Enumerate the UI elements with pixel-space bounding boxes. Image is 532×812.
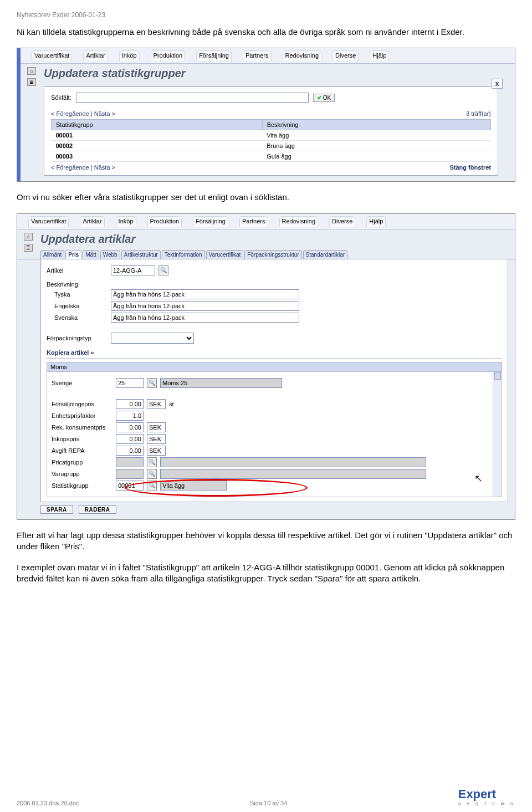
- scrollbar-thumb[interactable]: [494, 372, 501, 380]
- tab-artiklar[interactable]: Artiklar: [80, 216, 104, 227]
- paragraph-4: I exemplet ovan matar vi in i fältet "St…: [17, 562, 515, 585]
- subtab-matt[interactable]: Mått: [83, 250, 99, 259]
- forsaljningspris-unit[interactable]: [147, 399, 166, 409]
- home-icon[interactable]: ⌂: [27, 67, 36, 75]
- desc-engelska-input[interactable]: [111, 301, 299, 311]
- subtab-artikelstruktur[interactable]: Artikelstruktur: [121, 250, 161, 259]
- forpackningstyp-label: Förpackningstyp: [47, 335, 108, 341]
- footer-filename: 2006.01.23.dna.20.doc: [17, 800, 79, 806]
- forsaljningspris-input[interactable]: [116, 399, 144, 409]
- rek-konsumentpris-label: Rek. konsumentpris: [52, 424, 112, 431]
- ok-button-label: OK: [323, 95, 331, 101]
- forsaljningspris-suffix: st: [169, 401, 174, 407]
- cell-desc: Vita ägg: [262, 130, 490, 141]
- search-icon[interactable]: 🔍: [147, 378, 157, 388]
- subtab-textinformation[interactable]: Textinformation: [162, 250, 205, 259]
- tab-varucertifikat[interactable]: Varucertifikat: [32, 50, 72, 61]
- inkopspris-unit[interactable]: [147, 434, 166, 444]
- list-icon[interactable]: ≣: [27, 78, 36, 86]
- page-title: Uppdatera statistikgrupper: [44, 67, 508, 80]
- tab-produktion[interactable]: Produktion: [151, 50, 186, 61]
- main-tabs: Varucertifikat Artiklar Inköp Produktion…: [21, 48, 515, 64]
- results-table: Statistikgrupp Beskrivning 00001Vita ägg…: [51, 119, 491, 162]
- cell-desc: Bruna ägg: [262, 141, 490, 151]
- subtab-forpackningsstruktur[interactable]: Förpackningsstruktur: [244, 250, 301, 259]
- tab-redovisning[interactable]: Redovisning: [279, 216, 319, 227]
- search-input[interactable]: [76, 93, 309, 103]
- col-statistikgrupp[interactable]: Statistikgrupp: [52, 120, 263, 130]
- search-icon[interactable]: 🔍: [158, 265, 168, 275]
- lang-engelska-label: Engelska: [47, 303, 108, 309]
- table-row[interactable]: 00002Bruna ägg: [52, 141, 491, 151]
- tab-redovisning[interactable]: Redovisning: [283, 50, 322, 61]
- expert-systems-logo: Expert S Y S T E M S: [458, 787, 515, 806]
- ok-button[interactable]: ✔OK: [313, 94, 335, 102]
- avgift-repa-label: Avgift REPA: [52, 447, 112, 454]
- desc-svenska-input[interactable]: [111, 313, 299, 323]
- rek-konsumentpris-unit[interactable]: [147, 422, 166, 432]
- button-bar: SPARA RADERA: [40, 505, 508, 514]
- col-beskrivning[interactable]: Beskrivning: [262, 120, 490, 130]
- logo-subtext: S Y S T E M S: [458, 801, 515, 806]
- tab-produktion[interactable]: Produktion: [147, 216, 182, 227]
- tab-partners[interactable]: Partners: [239, 216, 268, 227]
- pricatgrupp-desc: [160, 457, 426, 467]
- enhetsprisfaktor-input[interactable]: [116, 411, 144, 421]
- desc-tyska-input[interactable]: [111, 289, 299, 299]
- tab-varucertifikat[interactable]: Varucertifikat: [28, 216, 69, 227]
- lang-svenska-label: Svenska: [47, 314, 108, 321]
- list-icon[interactable]: ≣: [24, 244, 33, 252]
- delete-button[interactable]: RADERA: [79, 505, 116, 514]
- table-row[interactable]: 00001Vita ägg: [52, 130, 491, 141]
- tab-artiklar[interactable]: Artiklar: [83, 50, 108, 61]
- search-icon[interactable]: 🔍: [147, 481, 157, 491]
- tab-diverse[interactable]: Diverse: [329, 216, 355, 227]
- moms-value-input[interactable]: [116, 378, 144, 388]
- close-button[interactable]: x: [492, 79, 503, 89]
- kopiera-artikel-link[interactable]: Kopiera artikel »: [47, 349, 502, 356]
- tab-diverse[interactable]: Diverse: [332, 50, 359, 61]
- save-button[interactable]: SPARA: [40, 505, 73, 514]
- divider: [47, 358, 502, 359]
- forpackningstyp-select[interactable]: [111, 333, 194, 344]
- subtab-pris[interactable]: Pris: [65, 250, 81, 259]
- varugrupp-input[interactable]: [116, 469, 144, 479]
- cell-code: 00001: [52, 130, 263, 141]
- subtab-webb[interactable]: Webb: [100, 250, 120, 259]
- pager-prev-next-bottom[interactable]: < Föregående | Nästa >: [51, 164, 115, 171]
- paragraph-3: Efter att vi har lagt upp dessa statisti…: [17, 530, 515, 553]
- statistikgrupp-input[interactable]: [116, 481, 144, 491]
- tab-forsaljning[interactable]: Försäljning: [193, 216, 228, 227]
- close-window-link[interactable]: Stäng fönstret: [449, 164, 491, 171]
- enhetsprisfaktor-label: Enhetsprisfaktor: [52, 412, 112, 419]
- pricatgrupp-input[interactable]: [116, 457, 144, 467]
- table-row[interactable]: 00003Gula ägg: [52, 151, 491, 162]
- avgift-repa-input[interactable]: [116, 446, 144, 456]
- statistikgrupp-label: Statistikgrupp: [52, 482, 112, 489]
- subtab-allmant[interactable]: Allmänt: [40, 250, 64, 259]
- statistikgrupp-desc: [160, 481, 227, 491]
- subtab-standardartiklar[interactable]: Standardartiklar: [303, 250, 348, 259]
- inkopspris-input[interactable]: [116, 434, 144, 444]
- avgift-repa-unit[interactable]: [147, 446, 166, 456]
- tab-partners[interactable]: Partners: [243, 50, 272, 61]
- moms-scrollpane: Sverige 🔍 Försäljningspris st Enhetspris…: [47, 372, 502, 497]
- search-label: Sökfält:: [51, 94, 71, 101]
- pager-prev-next[interactable]: < Föregående | Nästa >: [51, 110, 115, 117]
- tab-inkop[interactable]: Inköp: [116, 216, 136, 227]
- artikel-input[interactable]: [111, 265, 155, 275]
- sub-tabs: Allmänt Pris Mått Webb Artikelstruktur T…: [17, 249, 515, 259]
- subtab-varucertifikat[interactable]: Varucertifikat: [206, 250, 244, 259]
- lang-tyska-label: Tyska: [47, 291, 108, 298]
- search-icon[interactable]: 🔍: [147, 469, 157, 479]
- search-icon[interactable]: 🔍: [147, 457, 157, 467]
- tab-hjalp[interactable]: Hjälp: [366, 216, 386, 227]
- home-icon[interactable]: ⌂: [24, 233, 33, 241]
- tab-inkop[interactable]: Inköp: [119, 50, 140, 61]
- tab-hjalp[interactable]: Hjälp: [370, 50, 389, 61]
- cell-desc: Gula ägg: [262, 151, 490, 162]
- scrollbar[interactable]: [493, 372, 502, 497]
- cell-code: 00002: [52, 141, 263, 151]
- rek-konsumentpris-input[interactable]: [116, 422, 144, 432]
- tab-forsaljning[interactable]: Försäljning: [196, 50, 232, 61]
